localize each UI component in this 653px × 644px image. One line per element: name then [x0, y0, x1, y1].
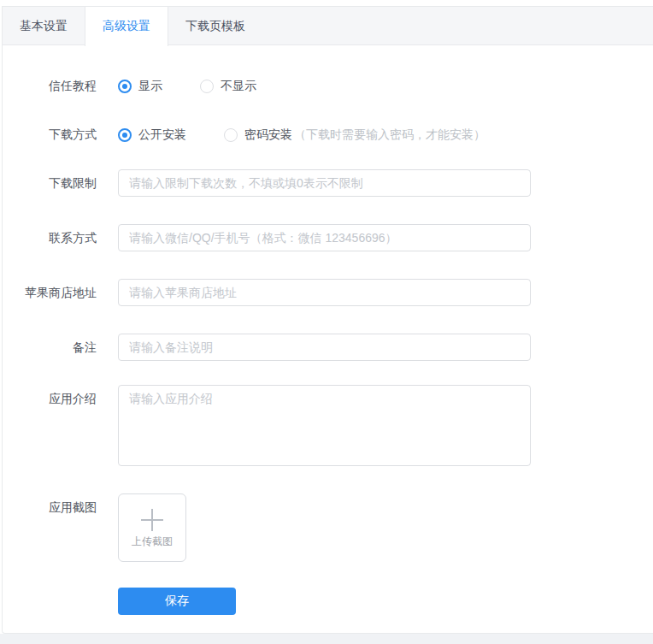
download-limit-input[interactable] — [118, 169, 531, 197]
field-label-apple-store: 苹果商店地址 — [3, 285, 97, 301]
password-install-note: （下载时需要输入密码，才能安装） — [294, 127, 485, 143]
field-label-contact: 联系方式 — [3, 230, 97, 246]
download-method-radio-group: 公开安装 密码安装 （下载时需要输入密码，才能安装） — [118, 127, 485, 143]
plus-icon — [139, 507, 165, 533]
form-row-app-screenshot: 应用截图 上传截图 — [3, 493, 627, 562]
field-label-download-method: 下载方式 — [3, 127, 97, 143]
save-button[interactable]: 保存 — [118, 588, 236, 615]
field-label-download-limit: 下载限制 — [3, 175, 97, 192]
radio-label: 显示 — [138, 79, 162, 94]
field-label-app-screenshot: 应用截图 — [3, 493, 97, 516]
radio-unselected-icon[interactable] — [224, 128, 238, 142]
upload-text: 上传截图 — [132, 535, 173, 549]
radio-label: 密码安装 — [244, 127, 292, 143]
upload-screenshot-button[interactable]: 上传截图 — [118, 493, 186, 562]
tab-bar: 基本设置 高级设置 下载页模板 — [3, 7, 653, 45]
advanced-settings-form: 信任教程 显示 不显示 下载方式 — [3, 45, 653, 615]
radio-option-public-install[interactable]: 公开安装 — [118, 127, 186, 143]
form-row-apple-store: 苹果商店地址 — [3, 279, 627, 306]
radio-option-hide[interactable]: 不显示 — [200, 79, 256, 94]
form-row-download-limit: 下载限制 — [3, 169, 627, 197]
field-label-trust-tutorial: 信任教程 — [3, 78, 97, 94]
settings-card: 基本设置 高级设置 下载页模板 信任教程 显示 不显示 — [2, 6, 653, 634]
radio-label: 不显示 — [221, 79, 256, 94]
radio-selected-icon[interactable] — [118, 128, 132, 142]
page-background-strip — [0, 634, 653, 644]
field-label-remark: 备注 — [3, 340, 97, 356]
form-row-trust-tutorial: 信任教程 显示 不显示 — [3, 78, 627, 94]
radio-unselected-icon[interactable] — [200, 80, 214, 93]
form-row-contact: 联系方式 — [3, 224, 627, 251]
radio-label: 公开安装 — [138, 127, 186, 143]
tab-download-page-template[interactable]: 下载页模板 — [168, 7, 262, 46]
apple-store-input[interactable] — [118, 279, 531, 306]
tab-advanced-settings[interactable]: 高级设置 — [85, 7, 168, 46]
form-row-save: 保存 — [3, 588, 627, 615]
form-row-remark: 备注 — [3, 334, 627, 361]
app-intro-textarea[interactable] — [118, 385, 531, 466]
trust-tutorial-radio-group: 显示 不显示 — [118, 79, 294, 94]
form-row-download-method: 下载方式 公开安装 密码安装 （下载时需要输入密码，才能安装） — [3, 127, 627, 143]
field-label-app-intro: 应用介绍 — [3, 385, 97, 407]
radio-option-show[interactable]: 显示 — [118, 79, 162, 94]
form-row-app-intro: 应用介绍 — [3, 385, 627, 466]
tab-basic-settings[interactable]: 基本设置 — [3, 7, 85, 46]
contact-input[interactable] — [118, 224, 531, 251]
remark-input[interactable] — [118, 334, 531, 361]
radio-selected-icon[interactable] — [118, 80, 132, 93]
radio-option-password-install[interactable]: 密码安装 — [224, 127, 292, 143]
page: 基本设置 高级设置 下载页模板 信任教程 显示 不显示 — [0, 0, 653, 644]
